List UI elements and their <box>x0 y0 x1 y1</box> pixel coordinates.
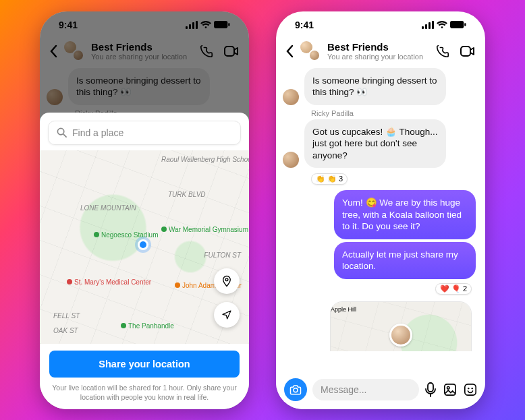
svg-point-22 <box>472 388 473 389</box>
search-icon <box>57 127 67 138</box>
live-location-map: Apple Hill <box>331 302 471 351</box>
camera-button[interactable] <box>284 378 307 401</box>
image-icon <box>443 383 457 396</box>
search-input[interactable]: Find a place <box>48 121 241 145</box>
search-placeholder: Find a place <box>72 127 123 138</box>
svg-rect-18 <box>445 384 455 394</box>
sticker-icon <box>464 383 477 396</box>
map[interactable]: Raoul Wallenberg High School LONE MOUNTA… <box>40 150 249 344</box>
recenter-button[interactable] <box>214 302 240 328</box>
status-indicators <box>422 21 466 29</box>
poi-panhandle[interactable]: The Panhandle <box>121 322 174 330</box>
map-pin-icon <box>221 275 233 287</box>
svg-point-7 <box>57 128 63 134</box>
video-call-button[interactable] <box>460 44 476 59</box>
chat-title[interactable]: Best Friends <box>327 41 429 53</box>
map-label-lone-mountain: LONE MOUNTAIN <box>80 204 136 212</box>
received-message[interactable]: Got us cupcakes! 🧁 Though... just got he… <box>304 119 446 169</box>
svg-rect-9 <box>422 26 424 29</box>
mic-icon <box>424 382 437 397</box>
chat-header: Best Friends You are sharing your locati… <box>276 38 485 68</box>
svg-rect-15 <box>461 47 470 56</box>
svg-rect-20 <box>465 384 476 394</box>
message-reactions[interactable]: 👏 👏 3 <box>311 173 348 185</box>
sent-message[interactable]: Actually let me just share my location. <box>334 242 476 279</box>
sender-avatar[interactable] <box>283 152 299 168</box>
back-button[interactable] <box>285 44 294 58</box>
shared-user-avatar <box>389 324 412 347</box>
message-input[interactable]: Message... <box>312 379 419 400</box>
share-location-button[interactable]: Share your location <box>49 351 240 378</box>
received-message[interactable]: Is someone bringing dessert to this thin… <box>304 68 446 105</box>
battery-icon <box>450 21 466 28</box>
svg-point-21 <box>468 388 469 389</box>
call-button[interactable] <box>435 44 450 59</box>
live-location-card[interactable]: Apple Hill Live location Lydie Rosales i… <box>330 301 472 351</box>
current-location-dot <box>138 239 148 250</box>
message-reactions[interactable]: ❤️ 🎈 2 <box>435 283 472 295</box>
map-label-park: Apple Hill <box>331 306 356 313</box>
map-label-oak: OAK ST <box>53 327 78 334</box>
svg-point-8 <box>225 278 228 281</box>
map-label-school: Raoul Wallenberg High School <box>161 156 249 163</box>
svg-point-16 <box>294 388 298 392</box>
map-label-turk: TURK BLVD <box>168 191 206 198</box>
svg-rect-12 <box>432 21 434 29</box>
signal-icon <box>422 21 434 29</box>
wifi-icon <box>437 21 447 29</box>
map-label-fulton: FULTON ST <box>204 251 241 259</box>
chat-subtitle: You are sharing your location <box>327 53 429 61</box>
message-list[interactable]: Is someone bringing dessert to this thin… <box>276 68 485 351</box>
status-bar: 9:41 <box>276 11 485 38</box>
sticker-button[interactable] <box>464 383 477 396</box>
svg-rect-13 <box>450 21 464 28</box>
share-location-sheet: Find a place Raoul Wallenberg High Schoo… <box>40 113 249 409</box>
map-pin-button[interactable] <box>214 268 240 294</box>
phone-share-location: 9:41 Best Friends You are sharing your l… <box>40 11 249 409</box>
share-location-disclaimer: Your live location will be shared for 1 … <box>49 383 240 402</box>
navigation-arrow-icon <box>221 309 232 320</box>
poi-stadium[interactable]: Negoesco Stadium <box>94 231 159 239</box>
poi-gym[interactable]: War Memorial Gymnasium <box>161 226 248 233</box>
sender-name: Ricky Padilla <box>311 109 478 117</box>
svg-rect-10 <box>425 24 427 29</box>
phone-chat: 9:41 Best Friends You are sharing your l… <box>276 11 485 409</box>
svg-rect-11 <box>429 22 431 29</box>
map-label-fell: FELL ST <box>53 312 80 320</box>
voice-button[interactable] <box>424 382 437 397</box>
composer: Message... <box>276 373 485 409</box>
group-avatar[interactable] <box>300 41 321 61</box>
status-time: 9:41 <box>295 20 314 30</box>
camera-icon <box>289 384 302 395</box>
svg-rect-14 <box>464 23 466 26</box>
poi-hospital[interactable]: St. Mary's Medical Center <box>67 278 151 286</box>
gallery-button[interactable] <box>443 383 457 396</box>
sender-avatar[interactable] <box>283 89 299 105</box>
sent-message[interactable]: Yum! 😋 We are by this huge tree, with a … <box>334 190 476 239</box>
svg-point-19 <box>447 386 449 389</box>
svg-rect-17 <box>428 383 433 392</box>
